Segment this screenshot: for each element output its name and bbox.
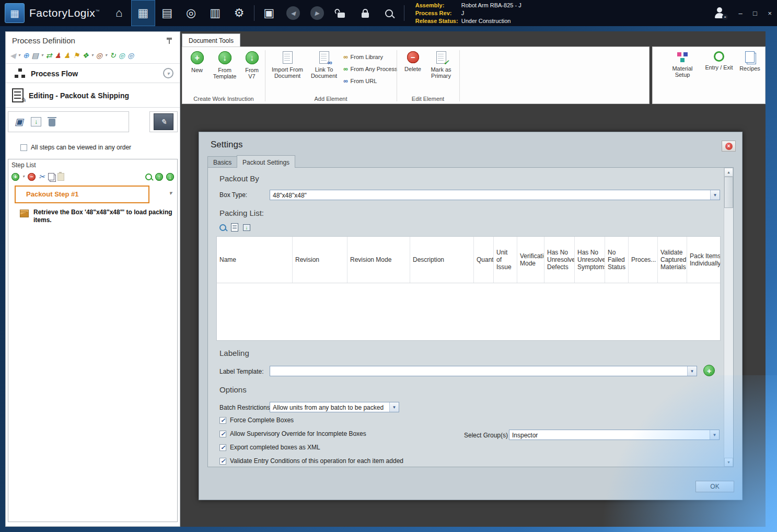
settings-button[interactable]: ⚙ [227,0,251,26]
from-library-button[interactable]: ∞ From Library [343,53,383,61]
dialog-close-button[interactable]: × [722,141,736,152]
delete-step-button[interactable] [49,119,55,126]
user-logout-button[interactable]: × [713,7,726,19]
select-groups-select[interactable]: Inspector ▼ [509,430,720,440]
copy-step-button[interactable] [48,173,54,180]
from-v7-button[interactable]: ↓ From V7 [241,51,263,79]
refresh-icon[interactable]: ↻ [110,51,116,60]
material-setup-button[interactable]: Material Setup [666,51,699,78]
add-label-template-button[interactable]: + [703,365,715,376]
info-icon[interactable]: ◎ [127,51,134,60]
export-xml-checkbox[interactable]: ✓ [219,444,226,451]
combo-arrow-icon[interactable]: ▼ [710,190,720,200]
scroll-up-button[interactable]: ▲ [724,168,733,177]
home-button[interactable]: ⌂ [107,0,131,26]
supervisory-override-option[interactable]: ✓ Allow Supervisory Override for Incompl… [219,430,366,437]
remove-step-button[interactable]: − [28,173,36,181]
export-xml-option[interactable]: ✓ Export completed boxes as XML [219,444,320,451]
target-icon[interactable]: ◎ [96,51,102,60]
web-publish-icon[interactable]: ⊕ [23,51,29,60]
link-to-document-button[interactable]: ∞ Link To Document [308,51,340,79]
label-template-select[interactable]: ▼ [270,366,697,376]
combo-arrow-icon[interactable]: ▼ [710,430,719,440]
column-header[interactable]: Proces... [629,237,658,283]
flag-icon[interactable]: ⚑ [73,51,80,60]
process-flow-header[interactable]: Process Flow ▾ [6,65,180,83]
step-list-item-selected[interactable]: Packout Step #1 [15,186,149,203]
packing-list-table[interactable]: Name Revision Revision Mode Description … [216,236,721,341]
all-steps-option[interactable]: All steps can be viewed in any order [20,144,131,151]
scrollbar-thumb[interactable] [724,177,733,208]
status-icon[interactable]: ◎ [119,51,125,60]
from-template-button[interactable]: ↓ From Template [210,51,240,79]
ok-button[interactable]: OK [695,481,734,492]
unlock-button[interactable] [329,0,353,26]
collapse-section-icon[interactable]: ▾ [163,68,173,78]
all-steps-checkbox[interactable] [20,144,27,151]
minimize-button[interactable]: – [733,0,748,26]
column-header[interactable]: Revision Mode [347,237,410,283]
import-from-document-button[interactable]: Import From Document [269,51,306,79]
user-notify-icon[interactable]: ♟ [64,51,71,60]
column-header[interactable]: Unit of Issue [494,237,517,283]
column-header[interactable]: Revision [293,237,347,283]
combo-arrow-icon[interactable]: ▼ [389,402,399,412]
add-step-button[interactable]: + [11,173,19,181]
lock-button[interactable] [353,0,377,26]
document-library-button[interactable]: ▤ [155,0,179,26]
from-url-button[interactable]: ∞ From URL [343,77,377,85]
move-step-up-button[interactable]: ↑ [155,173,163,181]
dialog-scrollbar[interactable]: ▲ ▼ [724,168,733,467]
nav-back-caret-icon[interactable]: ▾ [18,51,20,60]
force-complete-boxes-option[interactable]: ✓ Force Complete Boxes [219,417,294,424]
entry-exit-button[interactable]: Entry / Exit [703,51,735,71]
column-header[interactable]: Quantity [474,237,494,283]
target-caret-icon[interactable]: ▾ [105,51,107,60]
edit-list-icon[interactable] [231,223,238,232]
remove-material-icon[interactable]: ↓ [243,224,250,231]
combo-arrow-icon[interactable]: ▼ [687,366,697,376]
add-material-icon[interactable] [219,224,226,231]
pin-icon[interactable] [166,37,172,44]
deploy-caret-icon[interactable]: ▾ [91,51,94,60]
edit-step-button[interactable]: ✎ [154,113,173,130]
process-editor-button[interactable]: ▦ [131,0,155,26]
save-step-button[interactable]: ▣ [15,116,24,128]
deploy-icon[interactable]: ❖ [82,51,89,60]
reports-button[interactable]: ▥ [203,0,227,26]
audit-search-button[interactable] [377,0,401,26]
maximize-button[interactable]: □ [748,0,762,26]
box-type-select[interactable]: 48"x48"x48" ▼ [270,190,720,200]
column-header[interactable]: Has No Unresolved Symptoms [575,237,605,283]
cut-step-button[interactable]: ✂ [39,172,45,181]
new-button[interactable]: + New [185,51,208,73]
nav-back-icon[interactable]: ◀ [10,51,16,60]
recipes-button[interactable]: Recipes [736,51,763,72]
column-header[interactable]: Has No Unresolved Defects [544,237,575,283]
scroll-down-button[interactable]: ▼ [724,458,733,467]
print-caret-icon[interactable]: ▾ [41,51,43,60]
paste-step-button[interactable] [57,173,64,181]
from-any-process-button[interactable]: ∞ From Any Process [343,65,397,73]
tab-basics[interactable]: Basics [207,156,237,167]
column-header[interactable]: Name [217,237,293,283]
tab-document-tools[interactable]: Document Tools [182,33,240,47]
tab-packout-settings[interactable]: Packout Settings [237,155,295,168]
column-header[interactable]: Validate Captured Materials [658,237,687,283]
add-step-caret-icon[interactable]: ▾ [22,172,25,181]
column-header[interactable]: Verification Mode [517,237,544,283]
batch-restrictions-select[interactable]: Allow units from any batch to be packed … [270,402,399,412]
save-button[interactable]: ▣ [257,0,281,26]
step-chevron-icon[interactable]: ▾ [169,190,172,196]
forward-button[interactable]: ▶ [305,0,329,26]
column-header[interactable]: Pack Items Individually [687,237,720,283]
validate-entry-conditions-option[interactable]: ✓ Validate Entry Conditions of this oper… [219,457,403,465]
step-instruction-row[interactable]: Retrieve the Box '48"x48"x48"' to load p… [15,209,173,224]
force-complete-boxes-checkbox[interactable]: ✓ [219,417,226,424]
back-button[interactable]: ◀ [281,0,305,26]
column-header[interactable]: No Failed Status [605,237,629,283]
validate-entry-conditions-checkbox[interactable]: ✓ [219,458,226,465]
print-icon[interactable]: ▤ [32,51,39,60]
mark-as-primary-button[interactable]: ✓ Mark as Primary [426,51,456,79]
column-header[interactable]: Description [410,237,474,283]
